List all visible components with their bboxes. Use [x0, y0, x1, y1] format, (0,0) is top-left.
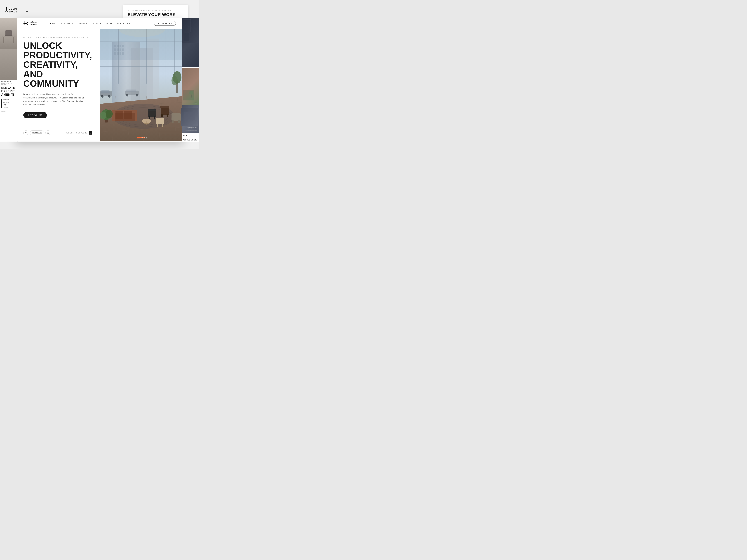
list-item: Comfor... [3, 101, 10, 103]
svg-rect-83 [161, 114, 163, 117]
hero-welcome-tag: WELCOME TO SOCIO SPACE – YOUR PREMIER CO… [23, 36, 92, 38]
hero-right [100, 29, 184, 141]
svg-point-14 [189, 90, 193, 95]
svg-text:SPACE: SPACE [9, 10, 17, 13]
nav-events[interactable]: EVENTS [93, 22, 101, 24]
svg-rect-86 [172, 113, 181, 121]
dribbble-ball-icon [32, 132, 34, 134]
list-bar [1, 99, 2, 108]
dot-3[interactable] [144, 137, 145, 138]
svg-point-100 [136, 94, 138, 97]
svg-rect-69 [135, 110, 137, 121]
svg-rect-75 [156, 118, 164, 124]
navbar: SOCIO SPACE HOME WORKSPACE SERVICE EVENT… [16, 18, 184, 29]
behance-icon[interactable]: Be [23, 130, 28, 135]
dribbble-icon[interactable]: DRIBBBLE [30, 130, 44, 135]
list-item: Outdoo... [3, 106, 10, 109]
svg-rect-7 [5, 30, 12, 35]
scroll-label: SCROLL TO EXPLORE [66, 132, 87, 134]
svg-rect-2 [26, 11, 28, 12]
scroll-arrow-icon: ↘ [89, 131, 92, 135]
hero-description: Discover a vibrant co-working environmen… [23, 92, 85, 106]
hero-top: WELCOME TO SOCIO SPACE – YOUR PREMIER CO… [23, 36, 92, 118]
svg-text:SOCIO: SOCIO [9, 8, 17, 10]
svg-rect-6 [13, 37, 14, 44]
svg-rect-79 [149, 116, 150, 119]
dot-1[interactable] [137, 137, 140, 138]
nav-buy-button[interactable]: BUY TEMPLATE [154, 21, 176, 26]
hero-bottom: Be DRIBBBLE [23, 130, 92, 135]
main-card: SOCIO SPACE HOME WORKSPACE SERVICE EVENT… [16, 18, 184, 141]
svg-point-92 [106, 110, 113, 118]
svg-point-74 [144, 123, 149, 125]
right-peek-image-3: Dive into our blog, whereworking, entrep… [182, 105, 199, 133]
left-peek-card: Private Office EFFICIENCY AND COMFO... E… [0, 18, 17, 141]
nav-service[interactable]: SERVICE [79, 22, 87, 24]
scroll-to-explore[interactable]: SCROLL TO EXPLORE ↘ [66, 131, 92, 135]
svg-rect-71 [124, 111, 132, 119]
svg-rect-87 [172, 120, 174, 123]
svg-rect-88 [178, 120, 180, 123]
svg-point-99 [126, 94, 128, 97]
svg-rect-85 [160, 106, 169, 108]
svg-rect-80 [154, 116, 155, 119]
hero-cta-button[interactable]: BUY TEMPLATE [23, 112, 47, 118]
dive-text: Dive into our blog, whereworking, entrep… [185, 126, 198, 131]
for-label: FOR [182, 133, 199, 138]
page-indicator: 01 / 04 [0, 110, 17, 113]
hero-left: WELCOME TO SOCIO SPACE – YOUR PREMIER CO… [16, 29, 100, 141]
svg-rect-81 [148, 109, 156, 111]
coworking-svg [100, 29, 184, 141]
dot-4[interactable] [146, 137, 147, 138]
svg-rect-70 [115, 111, 123, 119]
svg-point-91 [100, 112, 106, 119]
svg-rect-84 [167, 114, 168, 117]
left-peek-tagline: EFFICIENCY AND COMFO... [0, 83, 17, 85]
svg-rect-15 [191, 95, 191, 97]
logo-svg: SOCIO SPACE [5, 6, 30, 16]
nav-contact[interactable]: CONTACT US [117, 22, 130, 24]
svg-rect-82 [161, 107, 169, 115]
bg-logo: SOCIO SPACE [5, 6, 30, 16]
dot-2[interactable] [141, 137, 143, 138]
right-peek-image-2: nture with us [182, 68, 199, 105]
list-item: Cozy c... [3, 103, 10, 106]
left-peek-image [0, 18, 17, 80]
nav-logo-icon [23, 20, 29, 27]
nav-links: HOME WORKSPACE SERVICE EVENTS BLOG CONTA… [50, 22, 154, 24]
svg-point-22 [48, 132, 49, 133]
instagram-icon[interactable] [46, 130, 50, 135]
left-peek-headline: ELEVATEEXPERIEAMENITI [0, 85, 17, 97]
coworking-image [100, 29, 184, 141]
svg-point-103 [172, 76, 178, 85]
venture-text: nture with us [194, 101, 198, 104]
hero-headline: UNLOCK PRODUCTIVITY, CREATIVITY, AND COM… [23, 41, 92, 88]
right-peek-card: nture with us Dive into our blog, wherew… [182, 18, 199, 141]
left-peek-caption: Private Office [0, 80, 17, 83]
bg-tagline: EFFICIENCY AND COMFORT AT YOUR FINGERTIP… [128, 9, 184, 11]
svg-point-19 [32, 132, 34, 134]
social-links: Be DRIBBBLE [23, 130, 50, 135]
svg-rect-68 [112, 110, 115, 121]
svg-rect-77 [162, 124, 163, 127]
svg-point-96 [108, 95, 110, 98]
main-content: WELCOME TO SOCIO SPACE – YOUR PREMIER CO… [16, 29, 184, 141]
svg-rect-94 [101, 90, 110, 94]
svg-point-21 [48, 133, 48, 133]
nav-logo-text: SOCIO SPACE [30, 21, 37, 25]
svg-rect-4 [2, 36, 16, 37]
svg-rect-18 [184, 112, 195, 120]
svg-rect-76 [157, 124, 158, 127]
instagram-svg-icon [47, 132, 49, 134]
nav-home[interactable]: HOME [50, 22, 55, 24]
svg-point-95 [101, 95, 103, 98]
svg-rect-5 [3, 37, 4, 44]
right-peek-image-1 [182, 18, 199, 68]
nav-workspace[interactable]: WORKSPACE [61, 22, 73, 24]
dribbble-label: DRIBBBLE [34, 132, 42, 134]
image-dots [137, 137, 147, 138]
svg-rect-98 [126, 89, 136, 92]
nav-logo[interactable]: SOCIO SPACE [23, 20, 37, 27]
nav-blog[interactable]: BLOG [106, 22, 112, 24]
list-item: Spacious... [3, 98, 10, 101]
